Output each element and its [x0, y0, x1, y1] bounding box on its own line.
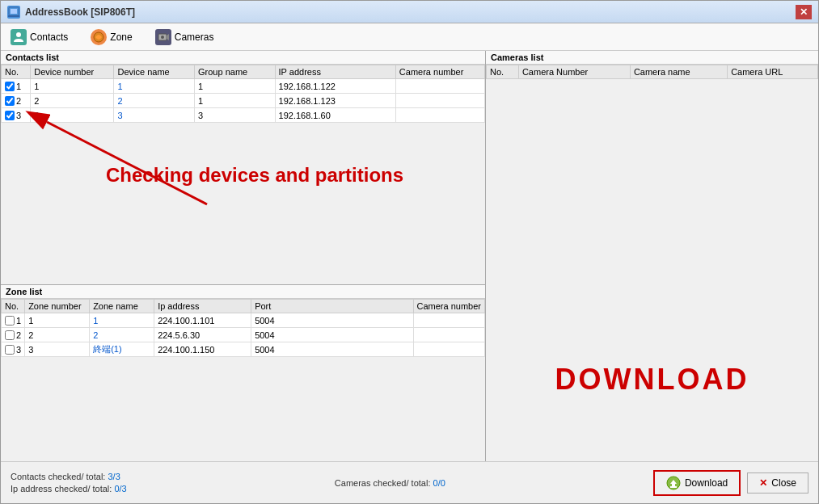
- ip-checked-status: Ip address checked/ total: 0/3: [11, 484, 127, 494]
- zone-col-zonenum: Zone number: [25, 300, 90, 313]
- contacts-cell-ip: 192.168.1.123: [275, 94, 395, 108]
- contacts-section: Contacts list No. Device number Device n…: [1, 51, 485, 285]
- zone-cell-camnum: [413, 313, 484, 328]
- contacts-checkbox-1[interactable]: [5, 96, 15, 106]
- cameras-col-camurl: Camera URL: [728, 65, 818, 79]
- contacts-checked-label: Contacts checked/ total:: [11, 472, 105, 481]
- contacts-cell-devnum: 3: [31, 108, 114, 123]
- download-btn-icon: [666, 476, 681, 490]
- cameras-col-no: No.: [487, 65, 519, 79]
- zone-cell-port: 5004: [251, 328, 413, 342]
- zone-tab-button[interactable]: Zone: [87, 27, 135, 47]
- close-btn-icon: ✕: [759, 477, 767, 489]
- contacts-tab-label: Contacts: [30, 32, 68, 43]
- cameras-tab-button[interactable]: Cameras: [152, 27, 217, 47]
- cameras-table-container[interactable]: No. Camera Number Camera name Camera URL: [486, 65, 818, 461]
- contacts-cell-grpname: 1: [195, 79, 276, 94]
- window-close-button[interactable]: ✕: [796, 5, 812, 19]
- contacts-tab-button[interactable]: Contacts: [7, 27, 71, 47]
- main-window: AddressBook [SIP806T] ✕ Contacts Zone: [0, 0, 819, 504]
- cameras-list-label: Cameras list: [486, 51, 818, 65]
- contacts-cell-no: 1: [2, 79, 31, 94]
- contacts-cell-no: 3: [2, 108, 31, 123]
- title-bar: AddressBook [SIP806T] ✕: [1, 1, 818, 23]
- zone-cell-port: 5004: [251, 342, 413, 357]
- zone-icon: [91, 29, 107, 45]
- cameras-tab-label: Cameras: [175, 32, 214, 43]
- close-action-button[interactable]: ✕ Close: [747, 472, 808, 494]
- ip-checked-value: 0/3: [114, 484, 126, 494]
- cameras-checked-label: Cameras checked/ total:: [335, 478, 431, 488]
- zone-row[interactable]: 1 1 1 224.100.1.101 5004: [2, 313, 485, 328]
- right-panel: Cameras list No. Camera Number Camera na…: [486, 51, 818, 461]
- contacts-row[interactable]: 1 1 1 1 192.168.1.122: [2, 79, 485, 94]
- status-bar: Contacts checked/ total: 3/3 Ip address …: [1, 461, 818, 503]
- contacts-cell-devname: 3: [114, 108, 195, 123]
- zone-row[interactable]: 2 2 2 224.5.6.30 5004: [2, 328, 485, 342]
- cameras-icon: [155, 29, 171, 45]
- cameras-checked-value: 0/0: [433, 478, 445, 488]
- contacts-col-devname: Device name: [114, 65, 195, 79]
- zone-cell-no: 3: [2, 342, 25, 357]
- contacts-table: No. Device number Device name Group name…: [1, 65, 485, 123]
- contacts-cell-grpname: 3: [195, 108, 276, 123]
- top-panels: Contacts list No. Device number Device n…: [1, 51, 818, 461]
- contacts-table-container[interactable]: No. Device number Device name Group name…: [1, 65, 485, 284]
- contacts-col-no: No.: [2, 65, 31, 79]
- zone-cell-no: 2: [2, 328, 25, 342]
- contacts-checked-status: Contacts checked/ total: 3/3: [11, 472, 127, 481]
- zone-tab-label: Zone: [110, 32, 132, 43]
- status-buttons: Download ✕ Close: [653, 470, 808, 496]
- svg-point-3: [16, 32, 21, 37]
- zone-col-port: Port: [251, 300, 413, 313]
- zone-cell-zonename: 2: [90, 328, 154, 342]
- zone-checkbox-0[interactable]: [5, 316, 15, 326]
- zone-cell-zonenum: 2: [25, 328, 90, 342]
- contacts-cell-camnum: [395, 108, 484, 123]
- contacts-col-grpname: Group name: [195, 65, 276, 79]
- contacts-row[interactable]: 3 3 3 3 192.168.1.60: [2, 108, 485, 123]
- window-title: AddressBook [SIP806T]: [25, 6, 135, 18]
- contacts-cell-devname: 1: [114, 79, 195, 94]
- ip-checked-label: Ip address checked/ total:: [11, 484, 112, 494]
- contacts-checked-value: 3/3: [108, 472, 120, 481]
- zone-cell-zonenum: 1: [25, 313, 90, 328]
- contacts-checkbox-2[interactable]: [5, 111, 15, 120]
- contacts-cell-no: 2: [2, 94, 31, 108]
- zone-checkbox-2[interactable]: [5, 345, 15, 355]
- contacts-list-label: Contacts list: [1, 51, 485, 65]
- contacts-cell-devnum: 1: [31, 79, 114, 94]
- contacts-col-camnum: Camera number: [395, 65, 484, 79]
- contacts-cell-ip: 192.168.1.122: [275, 79, 395, 94]
- contacts-icon: [11, 29, 27, 45]
- title-bar-left: AddressBook [SIP806T]: [7, 6, 135, 19]
- contacts-cell-devnum: 2: [31, 94, 114, 108]
- contacts-row[interactable]: 2 2 2 1 192.168.1.123: [2, 94, 485, 108]
- svg-point-7: [161, 36, 164, 39]
- zone-section: Zone list No. Zone number Zone name Ip a…: [1, 285, 485, 461]
- download-button[interactable]: Download: [653, 470, 741, 496]
- zone-cell-no: 1: [2, 313, 25, 328]
- contacts-checkbox-0[interactable]: [5, 82, 15, 91]
- zone-table: No. Zone number Zone name Ip address Por…: [1, 299, 485, 357]
- download-btn-label: Download: [685, 477, 728, 489]
- zone-checkbox-1[interactable]: [5, 330, 15, 340]
- zone-cell-zonename: 終端(1): [90, 342, 154, 357]
- close-btn-label: Close: [771, 477, 796, 489]
- contacts-cell-devname: 2: [114, 94, 195, 108]
- zone-cell-camnum: [413, 342, 484, 357]
- zone-list-label: Zone list: [1, 285, 485, 299]
- contacts-col-ip: IP address: [275, 65, 395, 79]
- zone-row[interactable]: 3 3 終端(1) 224.100.1.150 5004: [2, 342, 485, 357]
- zone-cell-zonenum: 3: [25, 342, 90, 357]
- zone-cell-port: 5004: [251, 313, 413, 328]
- svg-rect-2: [8, 15, 19, 17]
- contacts-col-devnum: Device number: [31, 65, 114, 79]
- svg-rect-12: [670, 486, 677, 488]
- cameras-section: Cameras list No. Camera Number Camera na…: [486, 51, 818, 461]
- cameras-table: No. Camera Number Camera name Camera URL: [486, 65, 818, 79]
- svg-rect-1: [11, 9, 17, 14]
- download-big-label: DOWNLOAD: [555, 363, 749, 397]
- zone-table-container[interactable]: No. Zone number Zone name Ip address Por…: [1, 299, 485, 461]
- zone-col-ip: Ip address: [154, 300, 251, 313]
